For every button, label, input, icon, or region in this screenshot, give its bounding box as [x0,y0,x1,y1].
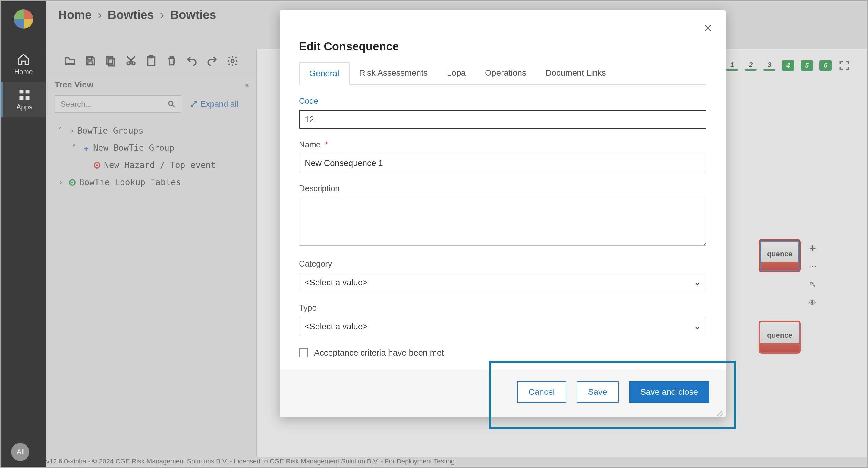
description-input[interactable] [299,198,707,246]
folder-open-icon[interactable] [64,55,76,67]
search-input[interactable] [60,99,167,109]
apps-icon [18,88,31,101]
chevron-right-icon: › [160,8,164,22]
footer-bar: v12.6.0-alpha - © 2024 CGE Risk Manageme… [46,457,867,467]
tree-label: BowTie Groups [78,126,144,136]
tree-label: BowTie Lookup Tables [79,177,181,187]
trash-icon[interactable] [166,55,178,67]
caret-up-icon[interactable]: ˄ [58,126,65,136]
caret-up-icon[interactable]: ˄ [72,143,79,153]
modal-tabs: General Risk Assessments Lopa Operations… [299,62,707,85]
code-label: Code [299,96,707,106]
layer-badge[interactable]: 4 [782,60,794,70]
plus-icon: ✚ [83,145,90,151]
type-select[interactable]: <Select a value> ⌄ [299,317,707,336]
rail-apps[interactable]: Apps [1,82,46,117]
layer-badge[interactable]: 6 [819,60,832,70]
node-more-icon[interactable]: ⋯ [806,260,819,273]
layer-badge[interactable]: 2 [745,60,757,70]
svg-point-10 [231,59,234,62]
tree-panel: Tree View « Expand all ˄ ➔ BowTie Groups… [46,73,257,467]
layer-badge[interactable]: 3 [764,60,775,70]
required-asterisk: * [325,140,328,150]
tab-risk-assessments[interactable]: Risk Assessments [350,62,437,84]
tree-row[interactable]: › BowTie Lookup Tables [55,174,250,191]
layer-badge[interactable]: 1 [726,60,738,70]
breadcrumb-item[interactable]: Bowties [107,8,154,22]
acceptance-label: Acceptance criteria have been met [314,348,444,358]
ai-badge[interactable]: AI [11,443,29,461]
breadcrumb-item[interactable]: Bowties [170,8,216,22]
svg-rect-5 [109,59,115,66]
expand-all-label: Expand all [200,99,239,109]
home-icon [17,53,30,66]
collapse-panel-icon[interactable]: « [245,80,248,90]
tab-lopa[interactable]: Lopa [437,62,475,84]
consequence-node[interactable]: quence [758,239,801,272]
svg-rect-1 [26,90,30,94]
arrow-icon: ➔ [69,126,74,136]
tree-row[interactable]: ˄ ➔ BowTie Groups [55,122,250,139]
name-label: Name * [299,140,707,150]
tree-row[interactable]: New Hazard / Top event [55,156,250,174]
name-input[interactable] [299,154,707,173]
rail-home-label: Home [14,68,33,76]
node-label: quence [767,331,792,340]
nav-rail: Home Apps [1,1,46,467]
category-value: <Select a value> [305,278,368,287]
save-icon[interactable] [84,55,96,67]
svg-rect-0 [20,90,24,94]
tree-title: Tree View [55,80,93,90]
undo-icon[interactable] [186,55,198,67]
save-button[interactable]: Save [577,381,619,403]
chevron-right-icon: › [98,8,101,22]
expand-all-button[interactable]: Expand all [190,99,239,109]
resize-grip-icon[interactable] [716,408,723,415]
tree-row[interactable]: ˄ ✚ New BowTie Group [55,139,250,156]
save-close-button[interactable]: Save and close [629,381,710,403]
rail-home[interactable]: Home [1,47,46,82]
chevron-down-icon: ⌄ [694,277,701,287]
svg-point-11 [169,101,173,106]
node-add-icon[interactable]: ✚ [806,242,819,255]
gear-icon[interactable] [227,55,239,67]
category-select[interactable]: <Select a value> ⌄ [299,273,707,292]
edit-consequence-modal: ✕ Edit Consequence General Risk Assessme… [280,10,726,417]
hazard-icon [94,162,100,169]
fullscreen-icon[interactable] [838,59,850,71]
acceptance-checkbox-row[interactable]: Acceptance criteria have been met [299,348,707,358]
toolbar [46,49,257,73]
layer-badge[interactable]: 5 [801,60,813,70]
breadcrumb-item[interactable]: Home [58,8,92,22]
redo-icon[interactable] [206,55,218,67]
tab-general[interactable]: General [299,62,350,85]
node-edit-icon[interactable]: ✎ [806,278,819,291]
code-input[interactable] [299,110,707,129]
paste-icon[interactable] [145,55,157,67]
svg-rect-2 [20,96,24,100]
search-icon[interactable] [167,100,176,108]
category-label: Category [299,259,707,269]
node-label: quence [767,250,792,258]
tab-operations[interactable]: Operations [475,62,536,84]
tree-label: New BowTie Group [93,143,175,153]
tree-label: New Hazard / Top event [104,160,216,170]
cut-icon[interactable] [125,55,137,67]
name-label-text: Name [299,140,321,150]
svg-rect-3 [26,96,30,100]
cancel-button[interactable]: Cancel [517,381,566,403]
chevron-down-icon: ⌄ [694,321,701,331]
modal-footer: Cancel Save Save and close [280,370,726,417]
copy-icon[interactable] [105,55,117,67]
layer-badges: 1 2 3 4 5 6 [726,59,850,71]
close-button[interactable]: ✕ [704,22,712,35]
checkbox-icon[interactable] [299,348,308,357]
node-view-icon[interactable]: 👁 [806,296,819,309]
tab-document-links[interactable]: Document Links [536,62,616,84]
caret-right-icon[interactable]: › [58,177,65,187]
app-logo [14,9,33,29]
consequence-node[interactable]: quence [758,321,801,354]
type-value: <Select a value> [305,322,368,331]
rail-apps-label: Apps [17,103,32,111]
tree-search[interactable] [55,95,181,113]
